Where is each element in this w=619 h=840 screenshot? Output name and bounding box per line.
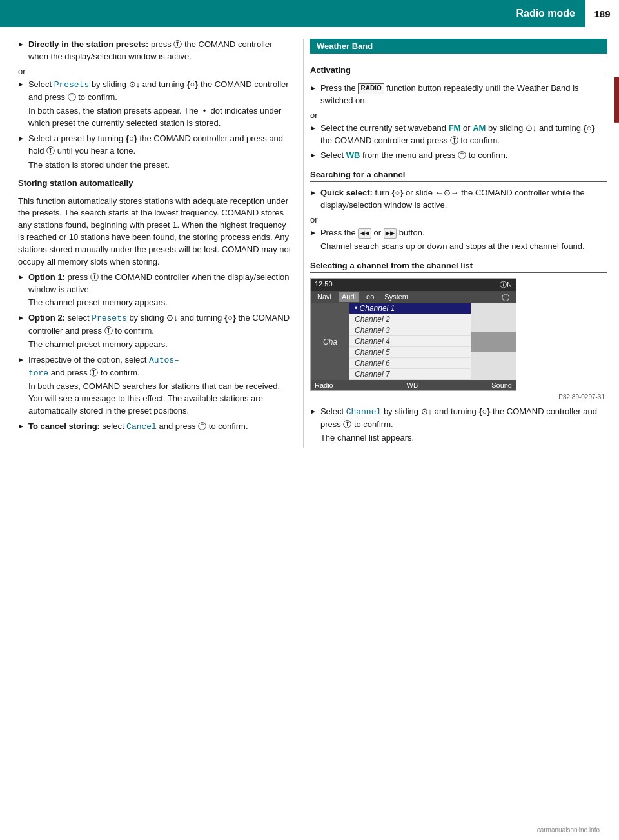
arrow-icon-13: ► (310, 407, 317, 445)
channel-table: 12:50 ⓘN Navi Audi eo System ◯ Cha • Cha… (310, 278, 516, 391)
press-btn-text: Press the ◀◀ or ▶▶ button. (320, 228, 425, 237)
bullet-cancel: ► To cancel storing: select Cancel and p… (18, 421, 291, 434)
channel-icon: ⓘN (500, 280, 512, 290)
irr-sub: In both cases, COMAND searches for stati… (28, 381, 291, 417)
bullet-irrespective: ► Irrespective of the option, select Aut… (18, 354, 291, 417)
bullet-select-preset: ► Select a preset by turning {○} the COM… (18, 133, 291, 172)
select-preset-sub: The station is stored under the preset. (28, 159, 291, 172)
arrow-icon-7: ► (18, 422, 25, 434)
quick-select-label: Quick select: (320, 188, 373, 197)
arrow-icon-5: ► (18, 314, 25, 351)
channel-left-text: Cha (323, 337, 337, 346)
bullet-select-wb: ► Select WB from the menu and press Ⓣ to… (310, 150, 607, 162)
fig-caption: P82·89-0297-31 (310, 394, 605, 401)
right-column: Weather Band Activating ► Press the RADI… (303, 39, 619, 448)
arrow-icon-11: ► (310, 188, 317, 212)
footer-sound: Sound (491, 381, 512, 389)
opt2-label: Option 2: (28, 313, 65, 323)
searching-heading: Searching for a channel (310, 170, 607, 182)
cancel-label: To cancel storing: (28, 421, 100, 431)
opt2-text: select Presets by sliding ⊙↓ and turning… (28, 313, 290, 335)
arrow-icon-10: ► (310, 151, 317, 162)
presets-code: Presets (54, 80, 90, 90)
channel-table-header: 12:50 ⓘN (311, 279, 516, 291)
cancel-text: select Cancel and press Ⓣ to confirm. (103, 421, 248, 431)
weather-band-box: Weather Band (310, 39, 607, 54)
opt1-label: Option 1: (28, 272, 65, 282)
header-page: 189 (585, 0, 619, 27)
channel-nav: Navi Audi eo System ◯ (311, 291, 516, 303)
channel-right-top (471, 303, 516, 306)
or-1: or (18, 66, 291, 76)
activating-heading: Activating (310, 65, 607, 77)
nav-audi: Audi (339, 292, 359, 302)
channel-row: Channel 5 (349, 347, 471, 358)
bullet-select-channel: ► Select Channel by sliding ⊙↓ and turni… (310, 406, 607, 445)
channel-row: • Channel 1 (349, 303, 471, 314)
bullet-option1: ► Option 1: press Ⓣ the COMAND controlle… (18, 272, 291, 310)
storing-para: This function automatically stores stati… (18, 195, 291, 268)
arrow-icon-3: ► (18, 134, 25, 172)
select-fm-am-text: Select the currently set waveband FM or … (320, 123, 595, 145)
or-3: or (310, 215, 607, 225)
channel-right-mid (471, 332, 516, 352)
next-btn: ▶▶ (384, 228, 397, 239)
bullet-select-fm-am: ► Select the currently set waveband FM o… (310, 123, 607, 147)
channel-list: • Channel 1 Channel 2 Channel 3 Channel … (349, 303, 471, 380)
select-channel-text: Select Channel by sliding ⊙↓ and turning… (320, 406, 597, 429)
radio-badge: RADIO (358, 83, 384, 94)
arrow-icon-4: ► (18, 273, 25, 310)
channel-row: Channel 7 (349, 369, 471, 380)
channel-rows: Cha • Channel 1 Channel 2 Channel 3 Chan… (311, 303, 516, 380)
channel-footer: Radio WB Sound (311, 380, 516, 390)
channel-right-bottom (471, 377, 516, 380)
bullet-press-radio: ► Press the RADIO function button repeat… (310, 83, 607, 107)
storing-heading: Storing station automatically (18, 178, 291, 190)
channel-row: Channel 6 (349, 358, 471, 369)
bullet-presets: ► Select Presets by sliding ⊙↓ and turni… (18, 79, 291, 130)
selecting-heading: Selecting a channel from the channel lis… (310, 261, 607, 273)
page-header: Radio mode 189 (0, 0, 619, 27)
arrow-icon: ► (18, 40, 25, 63)
left-column: ► Directly in the station presets: press… (0, 39, 303, 448)
audio-tab: Audio (614, 77, 619, 123)
presets-prefix: Select (28, 79, 54, 89)
channel-left-label: Cha (311, 303, 349, 380)
opt1-sub: The channel preset memory appears. (28, 297, 291, 309)
select-wb-text: Select WB from the menu and press Ⓣ to c… (320, 150, 507, 160)
opt2-sub: The channel preset memory appears. (28, 339, 291, 351)
bullet-option2: ► Option 2: select Presets by sliding ⊙↓… (18, 312, 291, 351)
prev-btn: ◀◀ (358, 228, 371, 239)
watermark: carmanualsonline.info (537, 826, 600, 834)
select-channel-sub: The channel list appears. (320, 432, 607, 445)
page-wrapper: Radio mode 189 ► Directly in the station… (0, 0, 619, 448)
or-2: or (310, 110, 607, 120)
channel-row: Channel 4 (349, 336, 471, 347)
footer-wb: WB (407, 381, 418, 389)
main-content: ► Directly in the station presets: press… (0, 27, 619, 448)
directly-label: Directly in the station presets: (28, 39, 148, 49)
header-title: Radio mode (0, 8, 585, 19)
arrow-icon-8: ► (310, 84, 317, 107)
press-btn-sub: Channel search scans up or down and stop… (320, 241, 607, 253)
bullet-press-prev-next: ► Press the ◀◀ or ▶▶ button. Channel sea… (310, 227, 607, 253)
nav-system: System (382, 292, 411, 302)
channel-row: Channel 3 (349, 325, 471, 336)
footer-radio: Radio (315, 381, 333, 389)
channel-time: 12:50 (315, 280, 333, 290)
irr-text: Irrespective of the option, select Autos… (28, 355, 179, 377)
arrow-icon-12: ► (310, 228, 317, 253)
bullet-directly: ► Directly in the station presets: press… (18, 39, 291, 63)
nav-circle: ◯ (499, 292, 512, 302)
arrow-icon-9: ► (310, 124, 317, 147)
channel-right (471, 303, 516, 380)
bullet-quick-select: ► Quick select: turn {○} or slide ←⊙→ th… (310, 187, 607, 212)
opt1-text: press Ⓣ the COMAND controller when the d… (28, 272, 290, 294)
arrow-icon-2: ► (18, 80, 25, 130)
nav-eo: eo (364, 292, 377, 302)
arrow-icon-6: ► (18, 355, 25, 417)
select-preset-text: Select a preset by turning {○} the COMAN… (28, 134, 283, 155)
presets-sub1: In both cases, the station presets appea… (28, 105, 291, 130)
nav-navi: Navi (315, 292, 334, 302)
press-radio-text: Press the RADIO function button repeated… (320, 83, 579, 105)
